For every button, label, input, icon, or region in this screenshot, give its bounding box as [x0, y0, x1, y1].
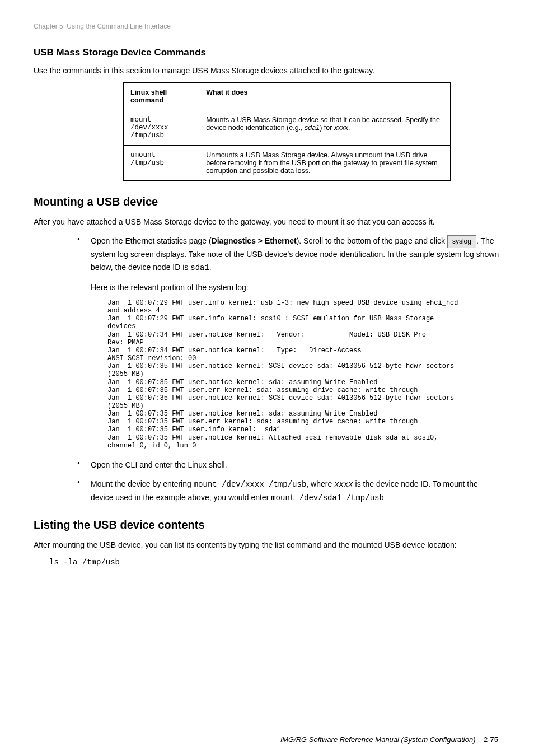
table-header-cmd: Linux shell command	[124, 83, 199, 110]
section-heading-usb-commands: USB Mass Storage Device Commands	[34, 47, 500, 58]
command-table: Linux shell command What it does mount /…	[123, 82, 451, 181]
step-1: Open the Ethernet statistics page (Diagn…	[74, 235, 500, 450]
cell-cmd: umount /tmp/usb	[124, 146, 199, 181]
table-row: mount /dev/xxxx /tmp/usb Mounts a USB Ma…	[124, 110, 451, 146]
syslog-output: Jan 1 00:07:29 FWT user.info kernel: usb…	[107, 299, 466, 450]
cell-desc: Mounts a USB Mass Storage device so that…	[199, 110, 451, 146]
listing-command: ls -la /tmp/usb	[49, 557, 500, 568]
table-row: umount /tmp/usb Unmounts a USB Mass Stor…	[124, 146, 451, 181]
heading-listing: Listing the USB device contents	[34, 519, 500, 531]
cell-cmd: mount /dev/xxxx /tmp/usb	[124, 110, 199, 146]
syslog-button[interactable]: syslog	[447, 235, 476, 248]
heading-mounting: Mounting a USB device	[34, 195, 500, 208]
table-header-desc: What it does	[199, 83, 451, 110]
section-intro: Use the commands in this section to mana…	[34, 65, 500, 77]
log-pretext: Here is the relevant portion of the syst…	[91, 282, 500, 293]
step-2: Open the CLI and enter the Linux shell.	[74, 459, 500, 471]
page-footer: iMG/RG Software Reference Manual (System…	[280, 735, 498, 744]
step-3: Mount the device by entering mount /dev/…	[74, 478, 500, 504]
mount-intro: After you have attached a USB Mass Stora…	[34, 216, 500, 228]
listing-intro: After mounting the USB device, you can l…	[34, 539, 500, 551]
cell-desc: Unmounts a USB Mass Storage device. Alwa…	[199, 146, 451, 181]
breadcrumb: Chapter 5: Using the Command Line Interf…	[34, 22, 500, 30]
